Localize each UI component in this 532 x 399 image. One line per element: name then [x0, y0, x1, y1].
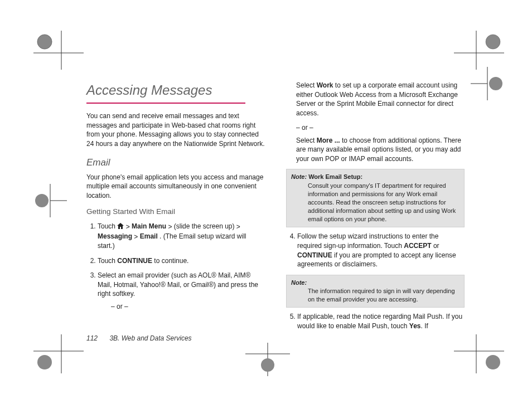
title-rule [86, 103, 245, 104]
step-4c: or [432, 242, 439, 250]
svg-point-0 [37, 35, 52, 49]
note-signin: Note: The information required to sign i… [286, 275, 465, 308]
home-icon [117, 222, 124, 232]
gt-icon: > [126, 222, 130, 232]
select-more-a: Select [296, 137, 317, 144]
steps-list-cont2: If applicable, read the notice regarding… [286, 312, 465, 330]
steps-list: Touch > Main Menu > (slide the screen up… [86, 222, 265, 311]
svg-point-12 [489, 77, 502, 90]
step-1-mid: (slide the screen up) [174, 222, 236, 230]
note2-label: Note: [291, 279, 307, 286]
step-4: Follow the setup wizard instructions to … [297, 232, 465, 269]
intro-paragraph: You can send and receive email messages … [86, 111, 265, 148]
heading-email: Email [86, 156, 265, 169]
select-work-b: Work [317, 81, 333, 89]
email-intro: Your phone's email application lets you … [86, 173, 265, 201]
note-work-email: Note: Work Email Setup: Consult your com… [286, 169, 465, 227]
select-more: Select More ... to choose from additiona… [296, 136, 465, 164]
step-1-email: Email [140, 232, 158, 240]
column-left: Accessing Messages You can send and rece… [86, 81, 265, 336]
page-title: Accessing Messages [86, 81, 265, 99]
select-more-b: More ... [317, 137, 340, 144]
page-footer: 112 3B. Web and Data Services [86, 334, 192, 342]
heading-getting-started: Getting Started With Email [86, 207, 265, 217]
step-5a: If applicable, read the notice regarding… [297, 313, 462, 330]
step-5b: Yes [409, 322, 421, 330]
step-2c: to continue. [152, 257, 188, 265]
note2-body: The information required to sign in will… [308, 287, 460, 304]
svg-point-7 [35, 194, 49, 207]
section-label: 3B. Web and Data Services [109, 334, 191, 342]
gt-icon: > [134, 232, 138, 242]
svg-point-1 [37, 35, 52, 49]
crop-mark-right-upper [471, 67, 504, 100]
svg-point-21 [486, 355, 500, 369]
step-2b: CONTINUE [117, 257, 152, 265]
step-5c: . If [421, 322, 428, 330]
gt-icon: > [236, 222, 240, 232]
step-5: If applicable, read the notice regarding… [297, 312, 465, 330]
note-body: Consult your company's IT department for… [308, 182, 460, 224]
page-number: 112 [86, 334, 98, 342]
steps-list-cont: Follow the setup wizard instructions to … [286, 232, 465, 269]
step-1-mainmenu: Main Menu [132, 222, 166, 230]
step-2a: Touch [98, 257, 117, 265]
svg-point-18 [261, 358, 274, 372]
crop-mark-bottom-center [245, 343, 290, 376]
step-3-text: Select an email provider (such as AOL® M… [98, 271, 258, 298]
select-work: Select Work to set up a corporate email … [296, 81, 465, 118]
crop-mark-top-right [454, 31, 504, 70]
step-1-messaging: Messaging [98, 232, 132, 240]
crop-mark-bottom-right [454, 334, 504, 373]
column-right: Select Work to set up a corporate email … [286, 81, 465, 336]
note-title: Work Email Setup: [308, 173, 362, 180]
crop-mark-mid-left [33, 184, 67, 217]
crop-mark-top-left [33, 31, 84, 70]
note-label: Note: [291, 173, 307, 180]
svg-point-6 [486, 35, 500, 49]
step-4d: CONTINUE [297, 251, 332, 259]
step-1-pre: Touch [98, 222, 117, 230]
step-2: Touch CONTINUE to continue. [98, 256, 265, 266]
gt-icon: > [168, 222, 172, 232]
page-body: Accessing Messages You can send and rece… [86, 81, 466, 336]
step-3: Select an email provider (such as AOL® M… [98, 271, 265, 311]
svg-point-15 [37, 355, 52, 369]
or-separator-2: – or – [296, 123, 465, 133]
step-1: Touch > Main Menu > (slide the screen up… [98, 222, 265, 251]
crop-mark-bottom-left [33, 334, 84, 373]
select-work-a: Select [296, 81, 317, 89]
step-4b: ACCEPT [404, 242, 431, 250]
or-separator: – or – [111, 302, 265, 312]
